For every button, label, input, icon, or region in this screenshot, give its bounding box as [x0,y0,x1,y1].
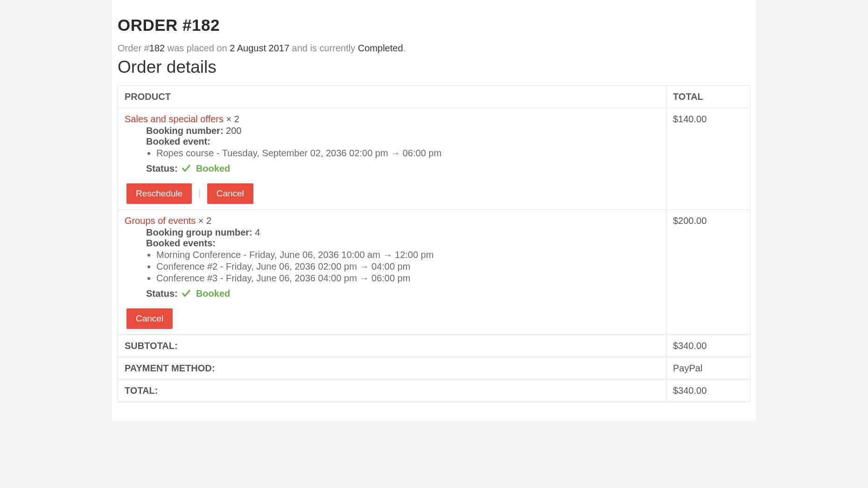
check-icon [181,163,191,174]
cancel-button[interactable]: Cancel [207,183,253,204]
status-label: Status: [146,163,178,174]
check-icon [181,288,191,299]
order-status: Completed [358,43,403,53]
booking-number-label: Booking number: [146,125,224,136]
action-buttons: Cancel [126,308,659,329]
booking-details: Booking number: 200 Booked event: Ropes … [146,125,659,174]
summary-prefix: Order # [118,43,149,53]
status-value: Booked [196,163,230,174]
table-row: Groups of events × 2 Booking group numbe… [118,210,750,335]
list-item: Morning Conference - Friday, June 06, 20… [156,250,659,260]
page-title: ORDER #182 [118,16,750,35]
subtotal-label: SUBTOTAL: [118,335,666,357]
line-amount: $200.00 [673,216,707,226]
status-line: Status: Booked [146,163,659,174]
order-items-table: PRODUCT TOTAL Sales and special offers ×… [118,85,750,402]
total-row: TOTAL: $340.00 [118,380,750,402]
total-value: $340.00 [666,380,750,402]
payment-method-row: PAYMENT METHOD: PayPal [118,357,750,380]
status-value: Booked [196,288,230,299]
list-item: Conference #2 - Friday, June 06, 2036 02… [156,261,659,272]
booking-group-number-label: Booking group number: [146,227,252,237]
summary-mid1: was placed on [165,43,230,53]
order-summary: Order #182 was placed on 2 August 2017 a… [118,43,750,54]
summary-mid2: and is currently [289,43,358,53]
reschedule-button[interactable]: Reschedule [126,183,192,204]
order-date: 2 August 2017 [230,43,289,53]
order-page: ORDER #182 Order #182 was placed on 2 Au… [112,0,756,421]
list-item: Conference #3 - Friday, June 06, 2036 04… [156,273,659,284]
product-cell: Groups of events × 2 Booking group numbe… [118,210,666,335]
list-item: Ropes course - Tuesday, September 02, 20… [156,148,659,159]
booking-group-number-value: 4 [255,227,260,237]
col-total: TOTAL [666,86,750,108]
qty-text: × 2 [196,216,211,226]
payment-method-value: PayPal [666,357,750,380]
summary-suffix: . [403,43,406,53]
qty-text: × 2 [224,114,239,124]
booked-events-label: Booked events: [146,238,216,248]
product-link[interactable]: Sales and special offers [125,114,224,124]
action-buttons: Reschedule | Cancel [126,183,659,204]
amount-cell: $140.00 [666,108,750,210]
col-product: PRODUCT [118,86,666,108]
subtotal-value: $340.00 [666,335,750,357]
product-cell: Sales and special offers × 2 Booking num… [118,108,666,210]
booked-events-list: Morning Conference - Friday, June 06, 20… [156,250,659,284]
product-link[interactable]: Groups of events [125,216,196,226]
status-line: Status: Booked [146,288,659,299]
payment-method-label: PAYMENT METHOD: [118,357,666,380]
amount-cell: $200.00 [666,210,750,335]
cancel-button[interactable]: Cancel [126,308,173,329]
order-number: 182 [149,43,165,53]
button-separator: | [198,188,201,199]
total-label: TOTAL: [118,380,666,402]
line-amount: $140.00 [673,114,707,124]
booked-events-list: Ropes course - Tuesday, September 02, 20… [156,148,659,159]
booked-event-label: Booked event: [146,136,210,146]
booking-details: Booking group number: 4 Booked events: M… [146,227,659,299]
subtotal-row: SUBTOTAL: $340.00 [118,335,750,357]
table-row: Sales and special offers × 2 Booking num… [118,108,750,210]
order-details-heading: Order details [118,57,750,77]
status-label: Status: [146,288,178,299]
booking-number-value: 200 [226,125,241,136]
